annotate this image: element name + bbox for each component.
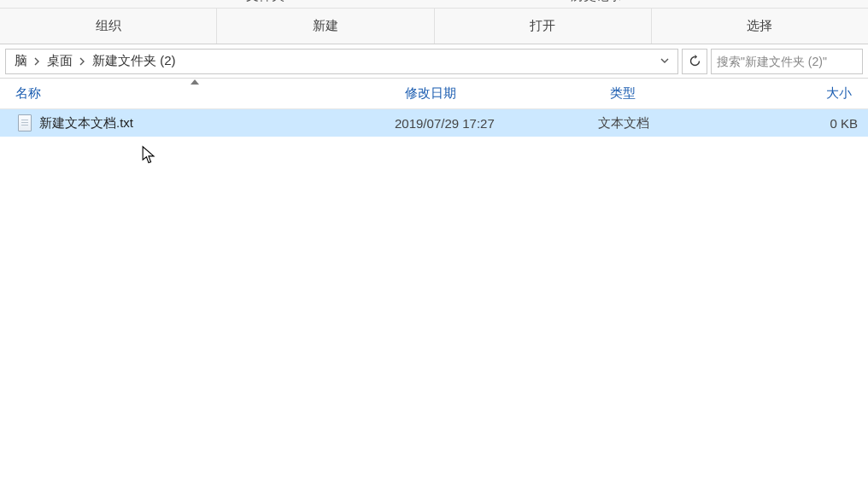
file-type-cell: 文本文档 — [595, 115, 774, 131]
column-header-date[interactable]: 修改日期 — [390, 79, 595, 108]
ribbon-new[interactable]: 新建 — [217, 9, 434, 44]
file-row[interactable]: 新建文本文档.txt 2019/07/29 17:27 文本文档 0 KB — [0, 109, 868, 137]
ribbon-top-folder-label: 文件夹 — [246, 0, 284, 4]
column-header-name[interactable]: 名称 — [0, 79, 390, 108]
breadcrumb-item-folder[interactable]: 新建文件夹 (2) — [87, 50, 181, 73]
column-header-name-label: 名称 — [15, 85, 41, 102]
breadcrumb[interactable]: 脑 桌面 新建文件夹 (2) — [5, 49, 678, 74]
column-header-size[interactable]: 大小 — [774, 79, 868, 108]
chevron-right-icon[interactable] — [78, 57, 87, 66]
search-input[interactable] — [717, 55, 857, 68]
sort-ascending-icon — [191, 77, 199, 86]
file-size-cell: 0 KB — [774, 116, 868, 131]
breadcrumb-item-desktop[interactable]: 桌面 — [42, 50, 78, 73]
file-list[interactable]: 新建文本文档.txt 2019/07/29 17:27 文本文档 0 KB — [0, 109, 868, 137]
column-headers: 名称 修改日期 类型 大小 — [0, 79, 868, 109]
breadcrumb-item-pc[interactable]: 脑 — [9, 50, 32, 73]
breadcrumb-dropdown-icon[interactable] — [655, 50, 674, 73]
ribbon-top-partial: 文件夹 历史记录 — [0, 0, 868, 9]
address-bar-row: 脑 桌面 新建文件夹 (2) — [0, 44, 868, 79]
search-box[interactable] — [711, 49, 863, 74]
refresh-button[interactable] — [682, 49, 707, 74]
mouse-cursor-icon — [141, 145, 156, 168]
ribbon-top-history-label: 历史记录 — [571, 0, 622, 4]
ribbon-select[interactable]: 选择 — [652, 9, 868, 44]
chevron-right-icon[interactable] — [32, 57, 42, 66]
file-name-cell[interactable]: 新建文本文档.txt — [0, 114, 390, 132]
text-file-icon — [17, 114, 32, 132]
refresh-icon — [689, 55, 701, 67]
ribbon-open[interactable]: 打开 — [435, 9, 652, 44]
ribbon: 组织 新建 打开 选择 — [0, 9, 868, 44]
file-name-label: 新建文本文档.txt — [39, 115, 133, 131]
column-header-type[interactable]: 类型 — [595, 79, 774, 108]
file-date-cell: 2019/07/29 17:27 — [390, 116, 595, 131]
ribbon-organize[interactable]: 组织 — [0, 9, 217, 44]
